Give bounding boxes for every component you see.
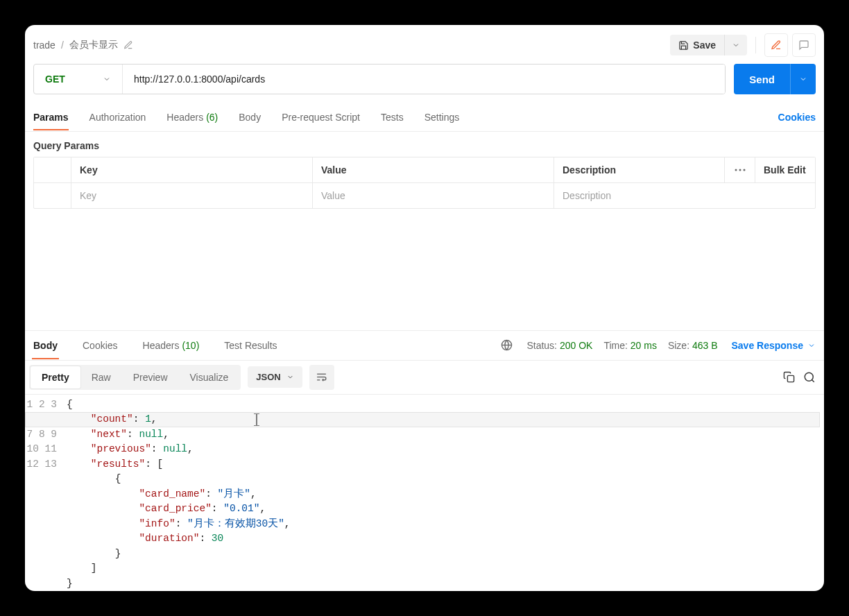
comments-button[interactable]: [792, 33, 816, 57]
globe-icon[interactable]: [501, 339, 513, 351]
save-response-label: Save Response: [732, 340, 804, 351]
tab-label: Tests: [381, 112, 404, 123]
link-label: Cookies: [778, 112, 816, 123]
time-label: Time:: [603, 340, 627, 351]
app-window: trade / 会员卡显示 Save: [25, 25, 824, 591]
tab-label: Headers: [166, 112, 203, 123]
edit-icon[interactable]: [123, 40, 133, 50]
save-button[interactable]: Save: [670, 35, 724, 55]
col-key: Key: [71, 157, 313, 182]
response-tabs: Body Cookies Headers (10) Test Results S…: [25, 330, 824, 361]
tab-label: Headers: [143, 340, 180, 351]
response-body[interactable]: 1 2 3 4 5 6 7 8 9 10 11 12 13 { "count":…: [25, 395, 824, 592]
url-box: GET: [33, 64, 726, 94]
params-table: Key Value Description Bulk Edit Key Valu…: [33, 157, 816, 209]
send-caret[interactable]: [790, 64, 816, 94]
status-label: Status:: [526, 340, 557, 351]
view-visualize[interactable]: Visualize: [179, 366, 240, 388]
request-tabs: Params Authorization Headers (6) Body Pr…: [25, 103, 824, 132]
view-preview[interactable]: Preview: [122, 366, 179, 388]
size-label: Size:: [668, 340, 689, 351]
url-input[interactable]: [123, 65, 725, 94]
col-description: Description: [554, 157, 725, 182]
chevron-down-icon: [103, 75, 111, 83]
resp-tab-cookies[interactable]: Cookies: [77, 332, 123, 359]
tab-authorization[interactable]: Authorization: [89, 105, 146, 130]
status-value: 200 OK: [560, 340, 592, 351]
method-select[interactable]: GET: [34, 65, 123, 94]
code-content[interactable]: { "count": 1, "next": null, "previous": …: [67, 397, 824, 592]
col-value: Value: [313, 157, 554, 182]
tab-count: (10): [182, 340, 199, 351]
top-bar: trade / 会员卡显示 Save: [25, 25, 824, 64]
tab-count: (6): [206, 112, 218, 123]
method-label: GET: [45, 74, 65, 85]
bulk-edit-button[interactable]: Bulk Edit: [755, 157, 815, 182]
tab-label: Test Results: [224, 340, 277, 351]
table-row[interactable]: Key Value Description: [34, 182, 815, 208]
tab-tests[interactable]: Tests: [381, 105, 404, 130]
view-row: Pretty Raw Preview Visualize JSON: [25, 361, 824, 395]
copy-icon[interactable]: [783, 371, 795, 383]
value-input[interactable]: Value: [313, 183, 554, 208]
divider: [755, 37, 756, 53]
svg-point-8: [805, 373, 813, 381]
tab-label: Cookies: [83, 340, 118, 351]
tab-label: Body: [239, 112, 261, 123]
request-row: GET Send: [25, 64, 824, 103]
breadcrumb-separator: /: [61, 40, 64, 51]
breadcrumb-current: 会员卡显示: [69, 39, 118, 51]
tab-label: Pre-request Script: [282, 112, 360, 123]
send-label: Send: [749, 74, 775, 85]
tab-label: Settings: [424, 112, 460, 123]
svg-point-2: [743, 169, 745, 171]
send-button[interactable]: Send: [734, 64, 790, 94]
tab-label: Params: [33, 112, 69, 123]
tab-settings[interactable]: Settings: [424, 105, 460, 130]
svg-point-0: [735, 169, 737, 171]
save-icon: [678, 40, 689, 51]
search-icon[interactable]: [803, 371, 816, 384]
save-button-group: Save: [670, 35, 747, 55]
format-label: JSON: [256, 372, 280, 382]
tab-params[interactable]: Params: [33, 105, 69, 130]
breadcrumb-root[interactable]: trade: [33, 40, 55, 51]
breadcrumb: trade / 会员卡显示: [33, 39, 133, 51]
svg-rect-7: [787, 375, 794, 382]
tab-label: Authorization: [89, 112, 146, 123]
resp-tab-testresults[interactable]: Test Results: [218, 332, 282, 359]
tab-body[interactable]: Body: [239, 105, 261, 130]
resp-tab-body[interactable]: Body: [28, 332, 63, 359]
tab-headers[interactable]: Headers (6): [166, 105, 218, 130]
query-params-label: Query Params: [25, 132, 824, 157]
text-cursor-icon: [254, 413, 259, 426]
time-value: 20 ms: [631, 340, 657, 351]
resp-tab-headers[interactable]: Headers (10): [137, 332, 205, 359]
tab-label: Body: [33, 340, 58, 351]
cookies-link[interactable]: Cookies: [778, 112, 816, 123]
tab-prerequest[interactable]: Pre-request Script: [282, 105, 360, 130]
table-header: Key Value Description Bulk Edit: [34, 157, 815, 182]
response-meta: Status: 200 OK Time: 20 ms Size: 463 B: [526, 340, 717, 351]
svg-point-1: [739, 169, 741, 171]
wrap-lines-button[interactable]: [309, 365, 334, 390]
more-icon[interactable]: [725, 157, 755, 182]
view-segmented-control: Pretty Raw Preview Visualize: [29, 365, 241, 390]
size-value: 463 B: [692, 340, 718, 351]
key-input[interactable]: Key: [71, 183, 313, 208]
format-select[interactable]: JSON: [248, 366, 302, 388]
save-label: Save: [693, 40, 716, 51]
description-input[interactable]: Description: [554, 183, 815, 208]
view-pretty[interactable]: Pretty: [31, 366, 80, 388]
save-caret[interactable]: [724, 35, 747, 55]
send-button-group: Send: [734, 64, 816, 94]
save-response-button[interactable]: Save Response: [732, 340, 816, 351]
share-button[interactable]: [764, 33, 788, 57]
svg-line-9: [812, 379, 814, 382]
view-raw[interactable]: Raw: [80, 366, 122, 388]
top-actions: Save: [670, 33, 816, 57]
